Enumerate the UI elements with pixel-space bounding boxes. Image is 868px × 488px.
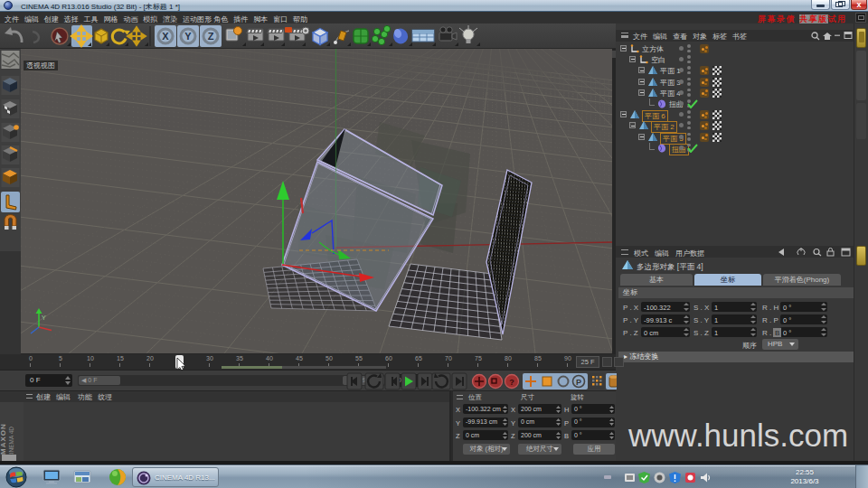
svg-text:Z: Z — [208, 31, 214, 42]
svg-text:Y: Y — [184, 31, 192, 42]
svg-text:?: ? — [509, 378, 514, 387]
svg-text:X: X — [162, 31, 169, 42]
svg-text:P: P — [576, 378, 581, 387]
svg-text:Y: Y — [42, 314, 46, 321]
